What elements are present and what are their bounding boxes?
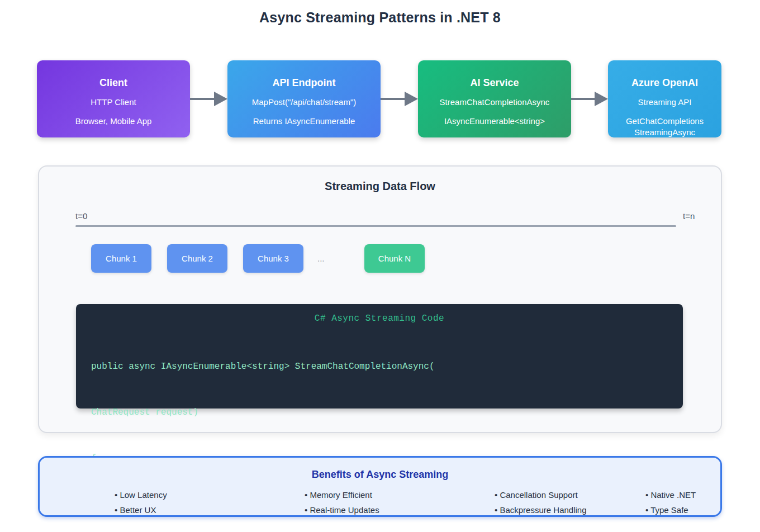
flow-box-line: Streaming API	[608, 97, 721, 108]
arrow-shaft	[571, 98, 596, 100]
code-line: ChatRequest request)	[91, 405, 683, 420]
benefits-column-2: • Memory Efficient • Real-time Updates	[305, 487, 379, 517]
flow-box-line: GetChatCompletions StreamingAsync	[608, 116, 721, 138]
flow-box-line: MapPost("/api/chat/stream")	[227, 97, 381, 108]
benefit-item: • Type Safe	[645, 502, 696, 517]
benefit-item: • Better UX	[115, 502, 167, 517]
benefits-column-1: • Low Latency • Better UX	[115, 487, 167, 517]
flow-box-title: AI Service	[418, 60, 571, 89]
benefits-column-4: • Native .NET • Type Safe	[645, 487, 696, 517]
timeline-start-label: t=0	[75, 211, 87, 221]
flow-arrow	[381, 92, 418, 106]
flow-box-title: Client	[37, 60, 190, 89]
arrow-shaft	[190, 98, 215, 100]
timeline-line	[75, 225, 676, 227]
flow-box-line: IAsyncEnumerable<string>	[418, 116, 571, 127]
benefits-column-3: • Cancellation Support • Backpressure Ha…	[495, 487, 587, 517]
benefit-item: • Low Latency	[115, 487, 167, 502]
flow-arrow	[571, 92, 608, 106]
chunk-ellipsis: ...	[317, 244, 340, 273]
flow-box-api-endpoint: API Endpoint MapPost("/api/chat/stream")…	[227, 60, 381, 137]
chunk-n: Chunk N	[364, 244, 425, 273]
chunk-1: Chunk 1	[91, 244, 151, 273]
stream-card-title: Streaming Data Flow	[39, 180, 721, 193]
timeline-end-label: t=n	[683, 211, 695, 221]
flow-box-line: HTTP Client	[37, 97, 190, 108]
benefits-title: Benefits of Async Streaming	[40, 469, 720, 481]
flow-arrow	[190, 92, 227, 106]
arrow-head-icon	[595, 92, 608, 106]
flow-box-line: Returns IAsyncEnumerable	[227, 116, 381, 127]
arrow-head-icon	[214, 92, 227, 106]
flow-box-line: Browser, Mobile App	[37, 116, 190, 127]
chunk-3: Chunk 3	[243, 244, 303, 273]
code-line: public async IAsyncEnumerable<string> St…	[91, 359, 683, 374]
benefits-card: Benefits of Async Streaming • Low Latenc…	[38, 456, 722, 517]
flow-box-ai-service: AI Service StreamChatCompletionAsync IAs…	[418, 60, 571, 137]
stream-card: Streaming Data Flow t=0 t=n Chunk 1 Chun…	[38, 165, 722, 433]
code-block: C# Async Streaming Code public async IAs…	[76, 304, 683, 408]
flow-box-title: Azure OpenAI	[608, 60, 721, 89]
arrow-shaft	[381, 98, 406, 100]
flow-box-azure-openai: Azure OpenAI Streaming API GetChatComple…	[608, 60, 721, 137]
page-title: Async Streaming Patterns in .NET 8	[0, 10, 760, 26]
benefit-item: • Backpressure Handling	[495, 502, 587, 517]
flow-box-title: API Endpoint	[227, 60, 381, 89]
benefit-item: • Memory Efficient	[305, 487, 379, 502]
diagram-page: Async Streaming Patterns in .NET 8 Clien…	[0, 0, 760, 532]
code-header: C# Async Streaming Code	[76, 304, 683, 324]
arrow-head-icon	[405, 92, 418, 106]
benefit-item: • Cancellation Support	[495, 487, 587, 502]
chunk-2: Chunk 2	[167, 244, 227, 273]
flow-box-client: Client HTTP Client Browser, Mobile App	[37, 60, 190, 137]
benefit-item: • Native .NET	[645, 487, 696, 502]
benefit-item: • Real-time Updates	[305, 502, 379, 517]
flow-box-line: StreamChatCompletionAsync	[418, 97, 571, 108]
